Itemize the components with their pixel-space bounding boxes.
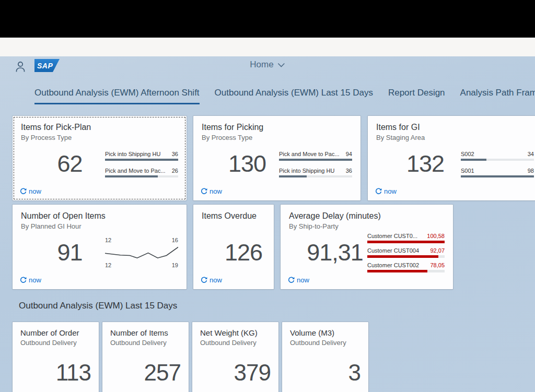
refresh-icon [375, 188, 382, 195]
comparison-bar-row: Customer CUST00492,07 [367, 247, 445, 258]
sparkline-path [105, 247, 178, 258]
spark-label-bottom-right: 19 [172, 262, 178, 268]
tile-items-overdue[interactable]: Items Overdue 126 now [193, 205, 274, 289]
spark-label-bottom-left: 12 [105, 262, 111, 268]
tile-title: Volume (M3) [290, 328, 334, 337]
kpi-value: 126 [202, 239, 265, 266]
tile-title: Number of Order [20, 328, 79, 337]
tile-items-for-pick-plan[interactable]: Items for Pick-Plan By Process Type 62 P… [13, 116, 187, 200]
refresh-label: now [297, 276, 309, 284]
fiori-launchpad: SAP Home Outbound Analysis (EWM) Afterno… [0, 56, 535, 392]
user-profile-button[interactable] [15, 61, 26, 73]
tile-body: 91,31 Customer CUST0...100,58 Customer C… [289, 234, 445, 271]
bar-value: 92,07 [430, 247, 445, 254]
kpi-value: 91,31 [289, 239, 367, 266]
bar-track [367, 270, 445, 272]
section-title: Outbound Analysis (EWM) Last 15 Days [19, 301, 177, 311]
bar-track [461, 175, 534, 177]
tab-outbound-last-15-days[interactable]: Outbound Analysis (EWM) Last 15 Days [215, 88, 373, 104]
bar-fill [367, 255, 438, 258]
tile-title: Number of Open Items [21, 211, 180, 221]
comparison-bar-row: Pick into Shipping HU36 [105, 151, 178, 161]
refresh-control[interactable]: now [201, 187, 222, 195]
tab-report-design[interactable]: Report Design [388, 88, 445, 104]
bar-fill [279, 175, 307, 177]
kpi-value: 257 [144, 360, 181, 386]
kpi-value: 130 [202, 150, 279, 177]
comparison-bar-row: S00234 [461, 151, 534, 161]
bar-value: 36 [172, 151, 178, 157]
bar-value: 36 [346, 168, 352, 174]
tile-subtitle: Outbound Delivery [200, 339, 257, 347]
refresh-control[interactable]: now [288, 276, 309, 284]
bar-track [105, 175, 178, 177]
home-label: Home [250, 60, 273, 70]
bar-value: 26 [172, 168, 178, 174]
bar-value: 100,58 [427, 233, 445, 239]
bar-label: Customer CUST002 [367, 262, 419, 268]
bar-label: Pick and Move to Pac... [279, 151, 340, 157]
tile-body: 91 12 16 12 19 [21, 234, 178, 271]
bar-value: 94 [346, 151, 352, 157]
kpi-value: 62 [21, 150, 105, 177]
tile-volume[interactable]: Volume (M3) Outbound Delivery 3 [282, 322, 368, 392]
refresh-icon [201, 188, 207, 195]
comparison-micro-chart: S00234 S00198 [461, 151, 534, 177]
refresh-label: now [29, 276, 41, 284]
refresh-control[interactable]: now [201, 276, 222, 284]
bar-track [461, 159, 534, 161]
bar-label: S001 [461, 168, 474, 174]
refresh-control[interactable]: now [375, 187, 397, 195]
tab-analysis-path-framework[interactable]: Analysis Path Frame [460, 88, 535, 104]
tile-title: Average Delay (minutes) [289, 211, 447, 221]
tile-net-weight[interactable]: Net Weight (KG) Outbound Delivery 379 [192, 322, 278, 392]
tab-outbound-afternoon-shift[interactable]: Outbound Analysis (EWM) Afternoon Shift [34, 88, 200, 104]
bar-value: 34 [528, 151, 534, 157]
bar-fill [279, 159, 352, 161]
kpi-value: 113 [56, 360, 91, 386]
tile-items-for-picking[interactable]: Items for Picking By Process Type 130 Pi… [193, 116, 360, 200]
comparison-bar-row: Customer CUST0...100,58 [367, 233, 445, 243]
comparison-micro-chart: Customer CUST0...100,58 Customer CUST004… [367, 233, 445, 272]
refresh-label: now [384, 187, 397, 195]
chevron-down-icon [278, 63, 285, 67]
comparison-bar-row: Customer CUST00278,05 [367, 262, 445, 272]
sap-logo-text: SAP [37, 62, 53, 70]
bar-label: Pick into Shipping HU [279, 168, 334, 174]
refresh-label: now [29, 187, 41, 195]
bar-value: 78,05 [430, 262, 445, 268]
kpi-value: 132 [376, 150, 461, 177]
refresh-control[interactable]: now [20, 187, 41, 195]
comparison-bar-row: Pick and Move to Pac...26 [105, 168, 178, 177]
tile-title: Number of Items [110, 328, 168, 337]
spark-label-top-left: 12 [105, 237, 111, 243]
refresh-label: now [210, 276, 222, 284]
line-micro-chart: 12 16 12 19 [105, 237, 178, 268]
tile-title: Items Overdue [202, 211, 268, 221]
tile-title: Net Weight (KG) [200, 328, 258, 337]
refresh-control[interactable]: now [20, 276, 41, 284]
comparison-bar-row: S00198 [461, 168, 534, 177]
bar-track [367, 255, 445, 258]
kpi-value: 379 [234, 360, 271, 386]
tile-number-of-order[interactable]: Number of Order Outbound Delivery 113 [13, 322, 99, 392]
bar-fill [461, 159, 486, 161]
refresh-icon [288, 277, 295, 283]
tile-items-for-gi[interactable]: Items for GI By Staging Area 132 S00234 … [368, 116, 535, 200]
tile-subtitle: By Staging Area [376, 134, 535, 141]
bar-label: Pick and Move to Pac... [105, 168, 166, 174]
tile-number-of-open-items[interactable]: Number of Open Items By Planned GI Hour … [13, 205, 187, 289]
tile-body: 132 S00234 S00198 [376, 145, 534, 183]
bar-label: Customer CUST004 [367, 247, 419, 254]
tile-average-delay[interactable]: Average Delay (minutes) By Ship-to-Party… [281, 205, 453, 289]
bar-label: Customer CUST0... [367, 233, 417, 239]
spark-label-top-right: 16 [172, 237, 178, 243]
home-menu-button[interactable]: Home [250, 60, 285, 70]
bar-value: 98 [528, 168, 534, 174]
tile-subtitle: Outbound Delivery [110, 339, 167, 347]
tile-number-of-items[interactable]: Number of Items Outbound Delivery 257 [102, 322, 189, 392]
sap-logo: SAP [34, 59, 60, 72]
shell-header: SAP Home [0, 56, 535, 78]
bar-label: Pick into Shipping HU [105, 151, 160, 157]
tile-title: Items for Pick-Plan [21, 123, 180, 132]
